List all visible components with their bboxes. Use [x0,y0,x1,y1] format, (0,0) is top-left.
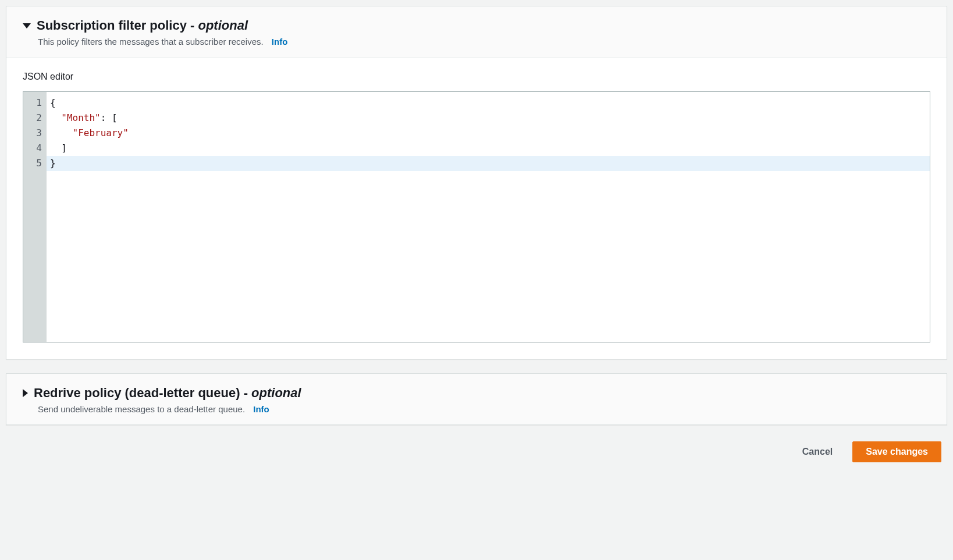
info-link[interactable]: Info [272,37,288,47]
panel-title: Redrive policy (dead-letter queue) - opt… [34,386,301,401]
code-line: "February" [47,126,930,141]
info-link[interactable]: Info [253,404,269,414]
panel-title-text: Redrive policy (dead-letter queue) - [34,386,251,400]
caret-down-icon [23,23,31,28]
json-editor[interactable]: 1 2 3 4 5 { "Month": [ "February" ] } [23,91,930,343]
code-line: { [47,95,930,110]
redrive-policy-panel: Redrive policy (dead-letter queue) - opt… [6,373,947,425]
code-line: "Month": [ [47,110,930,126]
panel-title-row[interactable]: Redrive policy (dead-letter queue) - opt… [23,386,930,401]
panel-body: JSON editor 1 2 3 4 5 { "Month": [ "Febr… [6,58,947,359]
caret-right-icon [23,389,28,397]
panel-title: Subscription filter policy - optional [37,18,248,33]
editor-gutter: 1 2 3 4 5 [23,92,47,342]
code-line: ] [47,141,930,156]
panel-description: Send undeliverable messages to a dead-le… [38,404,245,414]
panel-header: Redrive policy (dead-letter queue) - opt… [6,374,947,425]
panel-title-optional: optional [251,386,301,400]
panel-title-row[interactable]: Subscription filter policy - optional [23,18,930,33]
panel-description-row: This policy filters the messages that a … [38,37,930,47]
editor-content[interactable]: { "Month": [ "February" ] } [47,92,930,342]
cancel-button[interactable]: Cancel [790,442,845,462]
subscription-filter-policy-panel: Subscription filter policy - optional Th… [6,6,947,359]
gutter-line: 3 [27,126,42,141]
code-line: } [47,156,930,171]
json-editor-label: JSON editor [23,72,930,82]
gutter-line: 2 [27,110,42,126]
panel-header: Subscription filter policy - optional Th… [6,6,947,58]
footer-actions: Cancel Save changes [6,439,947,474]
panel-description: This policy filters the messages that a … [38,37,264,47]
gutter-line: 1 [27,95,42,110]
save-changes-button[interactable]: Save changes [852,441,941,462]
panel-title-optional: optional [198,18,248,33]
panel-description-row: Send undeliverable messages to a dead-le… [38,404,930,414]
gutter-line: 4 [27,141,42,156]
panel-title-text: Subscription filter policy - [37,18,198,33]
gutter-line: 5 [27,156,42,171]
